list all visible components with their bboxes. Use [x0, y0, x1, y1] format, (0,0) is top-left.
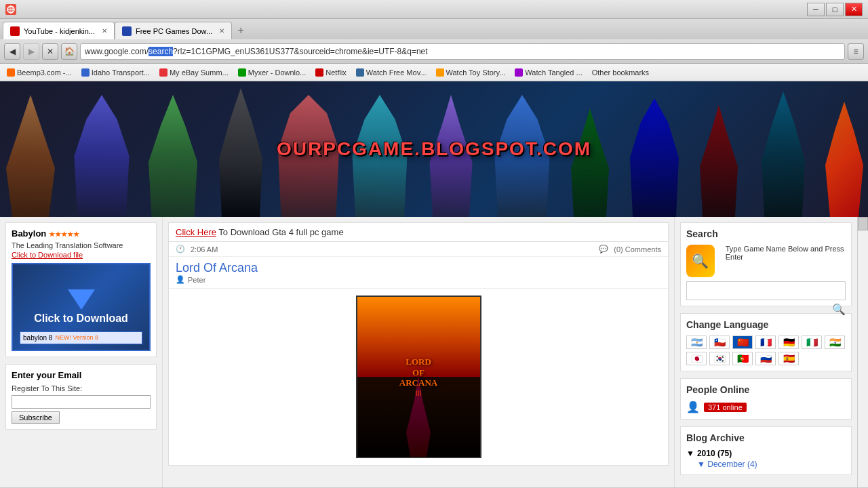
post-nav-link[interactable]: Click Here — [176, 227, 216, 237]
search-submit-button[interactable]: 🔍 — [832, 303, 846, 316]
people-online-widget: People Online 👤 371 online — [680, 378, 852, 420]
flag-de[interactable]: 🇩🇪 — [778, 336, 799, 349]
flag-fr[interactable]: 🇫🇷 — [755, 336, 776, 349]
back-button[interactable]: ◀ — [4, 43, 20, 60]
search-input-area: 🔍 — [686, 281, 846, 300]
flag-pt[interactable]: 🇵🇹 — [732, 352, 753, 365]
bookmark-icon — [315, 68, 323, 77]
flag-jp[interactable]: 🇯🇵 — [686, 352, 707, 365]
email-title: Enter your Email — [12, 370, 151, 380]
bookmark-icon — [7, 68, 15, 77]
page-scrollbar[interactable] — [857, 217, 868, 487]
address-bar[interactable]: www.google.com/search?rlz=1C1GPMG_enUS36… — [80, 43, 845, 60]
forward-button[interactable]: ▶ — [23, 43, 39, 60]
people-online-count: 👤 371 online — [686, 401, 846, 413]
flag-it[interactable]: 🇮🇹 — [802, 336, 822, 349]
bookmark-icon — [238, 68, 246, 77]
post-author: 👤 Peter — [176, 275, 661, 284]
bookmark-icon — [356, 68, 364, 77]
minimize-button[interactable]: ─ — [807, 3, 825, 16]
browser-icon — [5, 4, 16, 15]
address-bar-row: ◀ ▶ ✕ 🏠 www.google.com/search?rlz=1C1GPM… — [0, 39, 868, 64]
author-icon: 👤 — [176, 275, 185, 284]
flag-cl2[interactable]: 🇨🇳 — [732, 336, 753, 349]
search-logo: 🔍 — [686, 245, 715, 277]
tab-youtube-label: YouTube - kidjenkin... — [24, 27, 95, 35]
bookmark-myxer[interactable]: Myxer - Downlo... — [234, 67, 311, 78]
bookmark-icon — [81, 68, 90, 77]
settings-button[interactable]: ≡ — [848, 43, 864, 60]
tab-youtube-close[interactable]: ✕ — [102, 27, 107, 35]
character-3 — [142, 95, 203, 217]
change-language-widget: Change Language 🇦🇷 🇨🇱 🇨🇳 🇫🇷 🇩🇪 🇮🇹 🇮🇳 🇯🇵 … — [680, 313, 852, 371]
flag-ar[interactable]: 🇦🇷 — [686, 336, 707, 349]
tab-games[interactable]: Free PC Games Dow... ✕ — [115, 22, 232, 39]
tab-games-label: Free PC Games Dow... — [136, 27, 212, 35]
post-image-area: LORDOFARCANA III — [169, 289, 668, 465]
archive-month-toggle: ▼ — [697, 460, 705, 469]
character-9 — [563, 108, 617, 217]
babylon-badge: babylon 8 NEW! Version 8 — [20, 331, 142, 344]
tab-youtube[interactable]: YouTube - kidjenkin... ✕ — [3, 22, 115, 39]
flag-cl1[interactable]: 🇨🇱 — [709, 336, 730, 349]
search-input[interactable] — [686, 281, 846, 300]
bookmark-tangled[interactable]: Watch Tangled ... — [511, 67, 586, 78]
address-suffix: ?rlz=1C1GPMG_enUS361US377&sourceid=chrom… — [173, 47, 428, 56]
main-content: Click Here To Download Gta 4 full pc gam… — [163, 217, 674, 487]
home-button[interactable]: 🏠 — [61, 43, 77, 60]
flag-es[interactable]: 🇪🇸 — [778, 352, 799, 365]
tab-games-close[interactable]: ✕ — [219, 27, 224, 35]
post-title[interactable]: Lord Of Arcana — [176, 261, 661, 275]
reload-button[interactable]: ✕ — [42, 43, 58, 60]
flag-grid: 🇦🇷 🇨🇱 🇨🇳 🇫🇷 🇩🇪 🇮🇹 🇮🇳 🇯🇵 🇰🇷 🇵🇹 🇷🇺 🇪🇸 — [686, 336, 846, 365]
character-1 — [0, 95, 61, 217]
character-4 — [214, 88, 268, 217]
bookmark-beemp3[interactable]: Beemp3.com -... — [3, 67, 76, 78]
left-sidebar: Babylon ★★★★★ The Leading Translation So… — [0, 217, 163, 487]
post-title-bar: Lord Of Arcana 👤 Peter — [169, 257, 668, 289]
post-container: Click Here To Download Gta 4 full pc gam… — [168, 222, 669, 466]
babylon-ad-image[interactable]: Click to Download babylon 8 NEW! Version… — [12, 263, 151, 351]
youtube-favicon — [10, 26, 20, 36]
post-nav: Click Here To Download Gta 4 full pc gam… — [169, 223, 668, 242]
post-comments-icon: 💬 — [599, 245, 608, 253]
bookmark-netflix[interactable]: Netflix — [311, 67, 351, 78]
blog-archive-title: Blog Archive — [686, 432, 846, 443]
character-11 — [692, 105, 746, 217]
search-widget-header: 🔍 Type Game Name Below and Press Enter — [686, 245, 846, 277]
search-widget-title: Search — [686, 228, 846, 239]
flag-ru[interactable]: 🇷🇺 — [755, 352, 776, 365]
cover-text-area: LORDOFARCANA III — [399, 357, 437, 397]
search-widget: Search 🔍 Type Game Name Below and Press … — [680, 222, 852, 306]
post-nav-text: To Download Gta 4 full pc game — [218, 227, 343, 237]
right-sidebar: Search 🔍 Type Game Name Below and Press … — [674, 217, 857, 487]
email-widget: Enter your Email Register To This Site: … — [5, 364, 157, 430]
flag-kr[interactable]: 🇰🇷 — [709, 352, 730, 365]
bookmark-ebay[interactable]: My eBay Summ... — [155, 67, 233, 78]
main-layout: Babylon ★★★★★ The Leading Translation So… — [0, 217, 868, 487]
bookmark-icon — [159, 68, 167, 77]
archive-toggle[interactable]: ▼ — [686, 449, 694, 458]
close-button[interactable]: ✕ — [845, 3, 863, 16]
email-input[interactable] — [12, 395, 151, 409]
bookmark-idaho[interactable]: Idaho Transport... — [77, 67, 154, 78]
bookmark-other[interactable]: Other bookmarks — [588, 67, 653, 78]
bookmark-toystory[interactable]: Watch Toy Story... — [432, 67, 510, 78]
online-icon: 👤 — [686, 401, 700, 413]
archive-month-december[interactable]: ▼ December (4) — [697, 460, 846, 469]
bookmark-watchfree[interactable]: Watch Free Mov... — [352, 67, 431, 78]
tabs-bar: YouTube - kidjenkin... ✕ Free PC Games D… — [0, 19, 868, 39]
bookmarks-bar: Beemp3.com -... Idaho Transport... My eB… — [0, 64, 868, 81]
address-prefix: www.google.com/ — [85, 47, 149, 56]
babylon-download-link[interactable]: Click to Download file — [12, 251, 151, 259]
people-online-title: People Online — [686, 384, 846, 395]
subscribe-button[interactable]: Subscribe — [12, 411, 60, 424]
maximize-button[interactable]: □ — [826, 3, 844, 16]
page-content: OURPCGAME.BLOGSPOT.COM Babylon ★★★★★ The… — [0, 81, 868, 488]
flag-it2[interactable]: 🇮🇳 — [825, 336, 845, 349]
download-arrow-icon — [68, 289, 95, 310]
scrollbar-thumb[interactable] — [858, 217, 868, 230]
online-badge: 371 online — [704, 403, 747, 412]
new-tab-button[interactable]: + — [232, 22, 250, 39]
babylon-new-label: NEW! Version 8 — [55, 334, 98, 342]
